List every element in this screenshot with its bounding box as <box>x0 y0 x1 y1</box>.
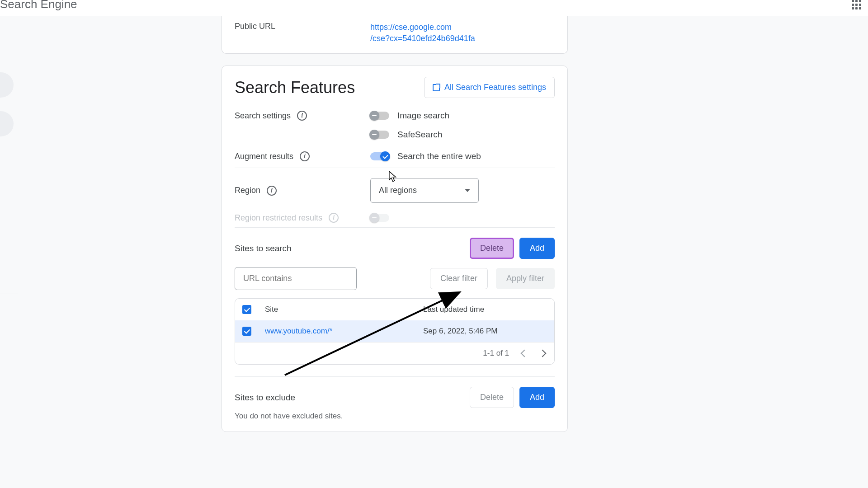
row-checkbox[interactable] <box>242 327 251 336</box>
divider <box>235 227 555 228</box>
region-restricted-label: Region restricted results i <box>235 213 370 223</box>
site-updated-time: Sep 6, 2022, 5:46 PM <box>423 327 547 336</box>
table-header: Site Last updated time <box>235 299 554 320</box>
region-label: Region i <box>235 186 370 196</box>
info-icon: i <box>329 213 339 223</box>
url-filter-input[interactable] <box>235 267 357 290</box>
info-icon[interactable]: i <box>297 111 307 121</box>
sidebar <box>0 72 14 150</box>
divider <box>235 376 555 377</box>
prev-page-button[interactable] <box>521 350 528 357</box>
main-content: Public URL https://cse.google.com /cse?c… <box>222 16 568 444</box>
all-search-features-button[interactable]: All Search Features settings <box>424 77 555 98</box>
select-all-checkbox[interactable] <box>242 305 251 314</box>
sites-to-exclude-title: Sites to exclude <box>235 393 295 403</box>
public-url-link[interactable]: https://cse.google.com /cse?cx=5410efd24… <box>370 22 479 44</box>
external-link-icon <box>433 84 440 91</box>
search-settings-label: Search settings i <box>235 111 370 121</box>
public-url-label: Public URL <box>235 22 370 31</box>
image-search-toggle[interactable] <box>370 112 389 120</box>
region-select[interactable]: All regions <box>370 178 479 203</box>
sidebar-divider <box>0 294 18 294</box>
basic-card: Public URL https://cse.google.com /cse?c… <box>222 16 568 54</box>
sidebar-item[interactable] <box>0 111 14 136</box>
pager: 1-1 of 1 <box>235 342 554 364</box>
next-page-button[interactable] <box>539 350 547 357</box>
apply-filter-button[interactable]: Apply filter <box>496 268 555 289</box>
table-row[interactable]: www.youtube.com/* Sep 6, 2022, 5:46 PM <box>235 320 554 342</box>
site-link[interactable]: www.youtube.com/* <box>265 327 332 335</box>
region-restricted-toggle <box>370 214 389 222</box>
delete-exclude-button[interactable]: Delete <box>470 387 514 408</box>
sidebar-item[interactable] <box>0 72 14 98</box>
safesearch-toggle[interactable] <box>370 131 389 139</box>
search-features-title: Search Features <box>235 78 355 97</box>
add-site-button[interactable]: Add <box>519 238 555 259</box>
exclude-empty-message: You do not have excluded sites. <box>235 412 555 421</box>
add-exclude-button[interactable]: Add <box>519 387 555 408</box>
chevron-down-icon <box>465 189 470 192</box>
page-title: Search Engine <box>0 0 77 11</box>
app-header: Search Engine <box>0 0 868 16</box>
sites-table: Site Last updated time www.youtube.com/*… <box>235 298 555 365</box>
delete-site-button[interactable]: Delete <box>470 238 514 259</box>
augment-results-label: Augment results i <box>235 151 370 161</box>
safesearch-label: SafeSearch <box>397 130 442 140</box>
search-entire-web-toggle[interactable] <box>370 152 389 160</box>
sites-to-search-title: Sites to search <box>235 244 292 253</box>
clear-filter-button[interactable]: Clear filter <box>430 268 488 289</box>
search-entire-web-label: Search the entire web <box>397 151 481 161</box>
col-time-header: Last updated time <box>423 305 547 314</box>
info-icon[interactable]: i <box>267 186 277 196</box>
apps-menu-icon[interactable] <box>852 0 863 10</box>
divider <box>235 168 555 168</box>
search-features-card: Search Features All Search Features sett… <box>222 66 568 432</box>
col-site-header: Site <box>265 305 423 314</box>
info-icon[interactable]: i <box>300 151 310 161</box>
mouse-cursor-icon <box>389 171 397 183</box>
pager-text: 1-1 of 1 <box>483 349 509 358</box>
image-search-label: Image search <box>397 111 449 121</box>
